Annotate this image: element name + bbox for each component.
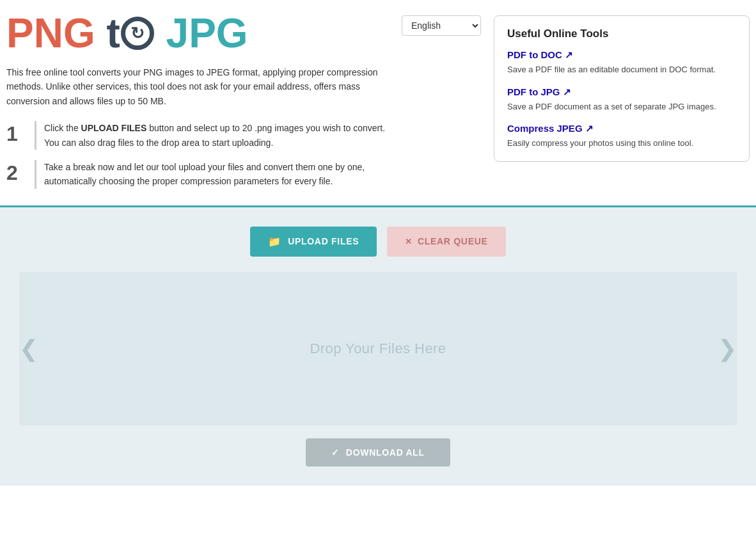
nav-left-arrow[interactable]: ❮ (13, 329, 45, 369)
sidebar: Useful Online Tools PDF to DOC ↗ Save a … (494, 15, 750, 162)
drop-zone-text: Drop Your Files Here (310, 340, 446, 357)
step-2-number: 2 (6, 160, 26, 189)
pdf-to-doc-desc: Save a PDF file as an editable document … (507, 63, 736, 76)
compress-jpeg-desc: Easily compress your photos using this o… (507, 137, 736, 150)
upload-section: UPLOAD FILES CLEAR QUEUE ❮ Drop Your Fil… (0, 207, 756, 486)
logo-o (155, 13, 166, 54)
upload-button-label: UPLOAD FILES (288, 236, 359, 246)
step-2: 2 Take a break now and let our tool uplo… (6, 160, 389, 189)
pdf-to-jpg-desc: Save a PDF document as a set of separate… (507, 100, 736, 113)
pdf-to-jpg-link[interactable]: PDF to JPG ↗ (507, 86, 736, 98)
download-all-wrap: DOWNLOAD ALL (13, 426, 743, 473)
upload-buttons-row: UPLOAD FILES CLEAR QUEUE (13, 227, 743, 257)
sidebar-item-pdf-to-jpg: PDF to JPG ↗ Save a PDF document as a se… (507, 86, 736, 113)
clear-queue-button[interactable]: CLEAR QUEUE (387, 227, 505, 257)
sidebar-item-compress-jpeg: Compress JPEG ↗ Easily compress your pho… (507, 123, 736, 150)
download-check-icon (331, 447, 340, 458)
logo-space: t (95, 13, 120, 54)
sidebar-item-pdf-to-doc: PDF to DOC ↗ Save a PDF file as an edita… (507, 49, 736, 76)
drop-zone[interactable]: ❮ Drop Your Files Here ❯ (19, 272, 737, 426)
clear-icon (405, 236, 413, 246)
download-all-button[interactable]: DOWNLOAD ALL (306, 438, 450, 467)
site-description: This free online tool converts your PNG … (6, 65, 389, 108)
step-1-number: 1 (6, 121, 26, 150)
step-1: 1 Click the UPLOAD FILES button and sele… (6, 121, 389, 150)
compress-jpeg-link[interactable]: Compress JPEG ↗ (507, 123, 736, 134)
language-selector-wrap[interactable]: English Español Français Deutsch Portugu… (402, 13, 487, 36)
step-1-text: Click the UPLOAD FILES button and select… (35, 121, 389, 150)
steps-list: 1 Click the UPLOAD FILES button and sele… (6, 121, 389, 189)
logo-png: PNG (6, 13, 95, 54)
sidebar-title: Useful Online Tools (507, 28, 736, 40)
nav-right-arrow[interactable]: ❯ (711, 329, 743, 369)
upload-files-button[interactable]: UPLOAD FILES (250, 227, 377, 257)
language-select[interactable]: English Español Français Deutsch Portugu… (402, 15, 481, 36)
upload-icon (268, 236, 281, 248)
clear-button-label: CLEAR QUEUE (418, 236, 488, 246)
logo-arrow-circle: ↻ (121, 17, 154, 50)
step-2-text: Take a break now and let our tool upload… (35, 160, 389, 189)
pdf-to-doc-link[interactable]: PDF to DOC ↗ (507, 49, 736, 61)
site-logo: PNG t↻ JPG (6, 13, 389, 54)
logo-jpg: JPG (166, 13, 248, 54)
download-button-label: DOWNLOAD ALL (346, 447, 425, 458)
